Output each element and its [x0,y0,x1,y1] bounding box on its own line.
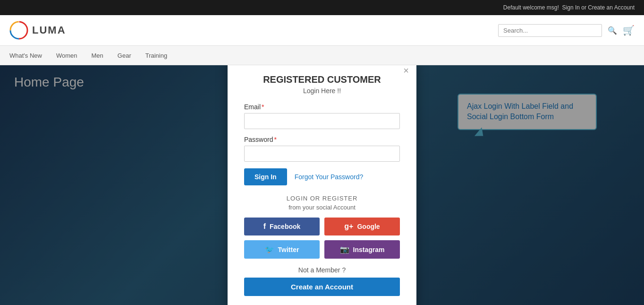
email-label: Email* [244,103,400,111]
topbar-create-link[interactable]: Create an Account [588,4,635,11]
google-icon: g+ [344,222,353,231]
instagram-login-button[interactable]: 📷 Instagram [324,240,400,259]
nav-training[interactable]: Training [145,52,167,59]
google-login-button[interactable]: g+ Google [324,218,400,235]
top-bar: Default welcome msg! Sign In or Create a… [0,0,644,15]
modal-close-button[interactable]: × [403,66,409,75]
email-field-group: Email* [244,103,400,136]
google-label: Google [357,223,380,230]
header-right: 🔍 🛒 [498,24,635,37]
instagram-label: Instagram [353,246,385,253]
password-label: Password* [244,136,400,143]
page-content: Home Page Ajax Login With Label Field an… [0,65,644,305]
logo-text: LUMA [32,24,66,36]
search-input[interactable] [498,24,602,37]
topbar-signin-link[interactable]: Sign In [562,4,580,11]
create-account-button[interactable]: Create an Account [244,278,400,296]
header: LUMA 🔍 🛒 [0,15,644,45]
email-input[interactable] [244,113,400,129]
social-buttons-grid: f Facebook g+ Google 🐦 Twitter 📷 Instagr… [244,218,400,259]
modal-overlay: × REGISTERED CUSTOMER Login Here !! Emai… [0,65,644,305]
logo[interactable]: LUMA [9,21,66,40]
nav-whats-new[interactable]: What's New [9,52,42,59]
twitter-label: Twitter [278,246,299,253]
facebook-label: Facebook [270,223,300,230]
modal-title: REGISTERED CUSTOMER [244,74,400,85]
nav-women[interactable]: Women [56,52,77,59]
twitter-icon: 🐦 [265,245,274,254]
welcome-msg: Default welcome msg! [503,4,559,11]
divider-sub: from your social Account [244,204,400,211]
nav-gear[interactable]: Gear [118,52,131,59]
search-button[interactable]: 🔍 [608,26,617,35]
divider-main: LOGIN OR REGISTER [244,195,400,202]
forgot-password-link[interactable]: Forgot Your Password? [295,173,364,181]
nav-men[interactable]: Men [92,52,103,59]
cart-icon[interactable]: 🛒 [623,25,635,36]
login-modal: × REGISTERED CUSTOMER Login Here !! Emai… [228,65,416,305]
facebook-login-button[interactable]: f Facebook [244,218,320,235]
nav: What's New Women Men Gear Training [0,45,644,65]
password-input[interactable] [244,146,400,162]
instagram-icon: 📷 [340,245,349,254]
email-required: * [262,103,264,111]
not-member-text: Not a Member ? [244,266,400,274]
password-field-group: Password* [244,136,400,168]
modal-subtitle: Login Here !! [244,87,400,95]
twitter-login-button[interactable]: 🐦 Twitter [244,240,320,259]
luma-logo-icon [9,21,28,40]
form-actions: Sign In Forgot Your Password? [244,168,400,185]
signin-button[interactable]: Sign In [244,168,287,185]
facebook-icon: f [263,222,266,231]
password-required: * [274,136,276,143]
